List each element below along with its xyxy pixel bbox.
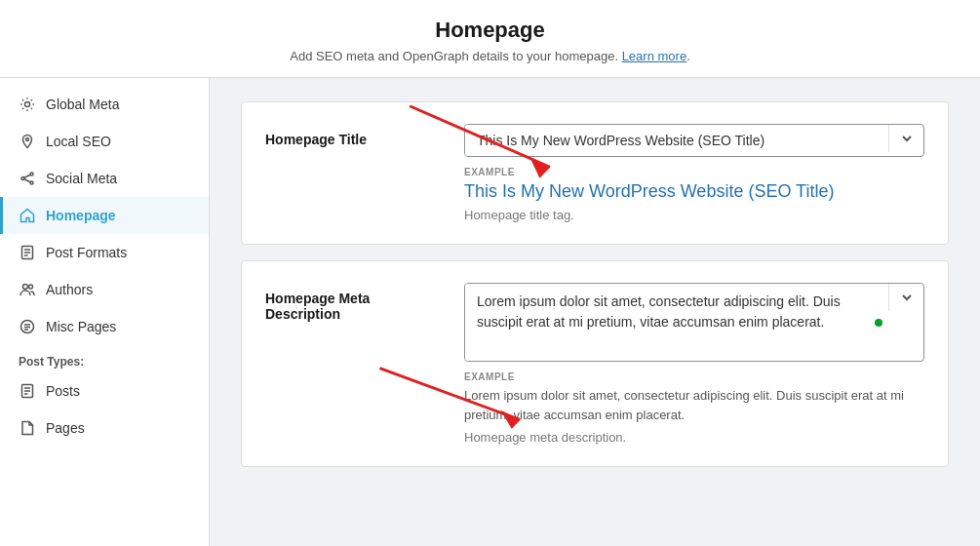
content-area: Homepage Title EXAMPLE This Is My New Wo… (210, 78, 980, 546)
title-form-row: Homepage Title EXAMPLE This Is My New Wo… (265, 124, 924, 222)
meta-field: EXAMPLE Lorem ipsum dolor sit amet, cons… (464, 283, 924, 445)
page-header: Homepage Add SEO meta and OpenGraph deta… (0, 0, 980, 78)
title-input-wrapper (464, 124, 924, 157)
meta-status-dot (875, 319, 882, 327)
people-icon (19, 281, 36, 298)
meta-example-value: Lorem ipsum dolor sit amet, consectetur … (464, 386, 924, 424)
sidebar-item-homepage[interactable]: Homepage (0, 197, 209, 234)
sidebar-item-pages[interactable]: Pages (0, 410, 209, 447)
title-chevron-button[interactable] (888, 125, 923, 152)
meta-form-row: Homepage Meta Description EXAMPLE Lorem … (265, 283, 924, 445)
doc-lines-icon (19, 382, 36, 400)
main-layout: Global Meta Local SEO Soc (0, 78, 980, 546)
sidebar-item-global-meta[interactable]: Global Meta (0, 86, 209, 123)
sidebar-label-homepage: Homepage (46, 208, 116, 223)
page-title: Homepage (20, 18, 960, 43)
sidebar-item-local-seo[interactable]: Local SEO (0, 123, 209, 160)
svg-point-3 (21, 177, 24, 180)
title-input[interactable] (465, 125, 888, 156)
sidebar-label-post-formats: Post Formats (46, 245, 127, 260)
svg-point-4 (30, 181, 33, 184)
title-hint: Homepage title tag. (464, 208, 924, 222)
circle-list-icon (19, 318, 36, 335)
svg-point-1 (26, 138, 29, 141)
sidebar-label-local-seo: Local SEO (46, 134, 111, 149)
title-example-value: This Is My New WordPress Website (SEO Ti… (464, 181, 924, 202)
meta-form-section: Homepage Meta Description EXAMPLE Lorem … (241, 260, 949, 467)
svg-line-6 (24, 179, 30, 182)
meta-example-label: EXAMPLE (464, 371, 924, 382)
svg-point-12 (29, 285, 33, 289)
gear-icon (19, 96, 36, 113)
sidebar-item-misc-pages[interactable]: Misc Pages (0, 308, 209, 345)
document-icon (19, 244, 36, 261)
sidebar-label-global-meta: Global Meta (46, 97, 119, 112)
svg-point-2 (30, 173, 33, 176)
sidebar-label-authors: Authors (46, 282, 93, 297)
sidebar-label-misc-pages: Misc Pages (46, 319, 116, 334)
sidebar-item-social-meta[interactable]: Social Meta (0, 160, 209, 197)
sidebar-label-pages: Pages (46, 420, 85, 436)
sidebar-item-authors[interactable]: Authors (0, 271, 209, 308)
title-example-label: EXAMPLE (464, 167, 924, 177)
title-label: Homepage Title (265, 124, 441, 147)
sidebar-label-social-meta: Social Meta (46, 171, 117, 186)
page-subtitle: Add SEO meta and OpenGraph details to yo… (20, 49, 960, 63)
home-icon (19, 207, 36, 224)
location-icon (19, 133, 36, 150)
learn-more-link[interactable]: Learn more (622, 49, 686, 63)
sidebar-item-post-formats[interactable]: Post Formats (0, 234, 209, 271)
sidebar: Global Meta Local SEO Soc (0, 78, 210, 546)
svg-point-0 (25, 102, 30, 107)
doc-corner-icon (19, 419, 36, 437)
meta-input-wrapper (464, 283, 924, 362)
meta-label: Homepage Meta Description (265, 283, 441, 322)
svg-point-11 (23, 285, 28, 290)
sidebar-label-posts: Posts (46, 383, 80, 399)
sidebar-section-post-types: Post Types: (0, 345, 209, 372)
meta-hint: Homepage meta description. (464, 430, 924, 445)
meta-textarea[interactable] (465, 284, 875, 361)
meta-chevron-button[interactable] (888, 284, 923, 311)
sidebar-item-posts[interactable]: Posts (0, 372, 209, 410)
title-field: EXAMPLE This Is My New WordPress Website… (464, 124, 924, 222)
share-icon (19, 170, 36, 187)
title-form-section: Homepage Title EXAMPLE This Is My New Wo… (241, 101, 949, 245)
svg-line-5 (24, 175, 30, 177)
